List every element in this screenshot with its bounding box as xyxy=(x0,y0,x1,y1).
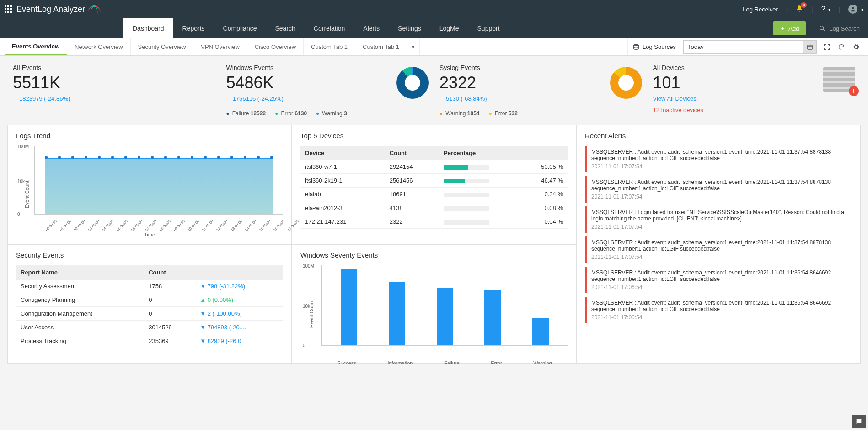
syslog-events-value: 2322 xyxy=(439,73,606,92)
plus-icon: ＋ xyxy=(780,24,786,32)
legend-warning: Warning 1054 xyxy=(439,110,480,117)
alert-item[interactable]: MSSQLSERVER : Audit event: audit_schema_… xyxy=(585,176,852,203)
search-icon xyxy=(819,25,826,32)
subtab-events-overview[interactable]: Events Overview xyxy=(5,38,67,55)
database-icon xyxy=(632,43,640,51)
alert-item[interactable]: MSSQLSERVER : Audit event: audit_schema_… xyxy=(585,236,852,263)
nav-tab-correlation[interactable]: Correlation xyxy=(305,18,354,38)
windows-events-title: Windows Events xyxy=(226,64,393,71)
table-row[interactable]: 172.21.147.23123220.04 % xyxy=(300,215,568,229)
subtab-network-overview[interactable]: Network Overview xyxy=(67,38,130,55)
logs-trend-panel: Logs Trend Event Count 100M 10k 0 00:00:… xyxy=(7,125,292,244)
all-devices-title: All Devices xyxy=(653,64,814,71)
table-row[interactable]: Security Assessment1758798 (-31.22%) xyxy=(16,280,283,293)
syslog-events-title: Syslog Events xyxy=(439,64,606,71)
brand-logo[interactable]: EventLog Analyzer xyxy=(16,5,101,14)
alert-item[interactable]: MSSQLSERVER : Audit event: audit_schema_… xyxy=(585,267,852,293)
add-button[interactable]: ＋Add xyxy=(773,22,805,35)
sub-nav: Events OverviewNetwork OverviewSecurity … xyxy=(0,38,868,56)
subtab-security-overview[interactable]: Security Overview xyxy=(131,38,194,55)
security-events-title: Security Events xyxy=(16,251,283,259)
nav-tab-search[interactable]: Search xyxy=(266,18,304,38)
legend-warning: Warning 3 xyxy=(316,110,347,117)
alert-item[interactable]: MSSQLSERVER : Audit event: audit_schema_… xyxy=(585,297,852,323)
alert-item[interactable]: MSSQLSERVER : Login failed for user "NT … xyxy=(585,206,852,233)
bar-information xyxy=(389,282,405,345)
windows-donut-chart xyxy=(396,67,429,99)
table-row[interactable]: Contigency Planning00 (0.00%) xyxy=(16,293,283,307)
table-row[interactable]: Configuration Management02 (-100.00%) xyxy=(16,307,283,321)
security-events-panel: Security Events Report NameCount Securit… xyxy=(7,244,292,364)
legend-error: Error 532 xyxy=(489,110,518,117)
legend-error: Error 6130 xyxy=(275,110,307,117)
bar-warning xyxy=(532,318,549,345)
nav-tab-settings[interactable]: Settings xyxy=(389,18,430,38)
nav-tab-alerts[interactable]: Alerts xyxy=(354,18,389,38)
table-row[interactable]: itsl360-2k19-1256145646.47 % xyxy=(300,174,568,188)
svg-rect-4 xyxy=(807,45,812,49)
nav-tab-support[interactable]: Support xyxy=(468,18,509,38)
windows-severity-chart: Event Count 100M 10k 0 SuccessInformatio… xyxy=(300,265,568,357)
logs-trend-chart: Event Count 100M 10k 0 00:00:0001:00:000… xyxy=(16,146,283,237)
recent-alerts-panel: Recent Alerts MSSQLSERVER : Audit event:… xyxy=(576,125,861,364)
notif-badge: 3 xyxy=(801,2,807,8)
windows-severity-panel: Windows Severity Events Event Count 100M… xyxy=(292,244,576,364)
more-tabs-chevron-icon[interactable]: ▾ xyxy=(407,38,420,55)
apps-grid-icon[interactable] xyxy=(5,5,12,13)
notifications-icon[interactable]: 3 xyxy=(796,5,803,14)
table-row[interactable]: itsl360-w7-1292415453.05 % xyxy=(300,160,568,174)
all-events-title: All Events xyxy=(13,64,215,71)
nav-tab-reports[interactable]: Reports xyxy=(173,18,214,38)
table-row[interactable]: User Access3014529794893 (-20.... xyxy=(16,321,283,334)
logs-trend-title: Logs Trend xyxy=(16,132,283,140)
refresh-icon[interactable] xyxy=(834,38,849,55)
syslog-events-delta: 5130 (-68.84%) xyxy=(446,95,606,102)
fullscreen-icon[interactable] xyxy=(820,38,834,55)
user-menu-chevron-icon[interactable]: ▾ xyxy=(861,7,863,12)
legend-failure: Failure 12522 xyxy=(226,110,266,117)
inactive-devices-link[interactable]: 12 Inactive devices xyxy=(653,107,704,113)
table-row[interactable]: Process Tracking23536982939 (-26.0 xyxy=(16,334,283,348)
svg-point-3 xyxy=(634,44,639,46)
syslog-donut-chart xyxy=(610,67,642,99)
view-all-devices-link[interactable]: View All Devices xyxy=(653,95,814,102)
help-icon[interactable]: ? xyxy=(821,5,825,13)
windows-severity-title: Windows Severity Events xyxy=(300,251,568,259)
brand-name: EventLog Analyzer xyxy=(16,5,85,14)
svg-point-0 xyxy=(852,7,854,9)
log-sources-button[interactable]: Log Sources xyxy=(627,38,680,55)
all-events-delta: 1823979 (-24.86%) xyxy=(19,95,215,102)
nav-tab-dashboard[interactable]: Dashboard xyxy=(123,18,173,38)
top-bar: EventLog Analyzer Log Receiver | 3 | ? ▾… xyxy=(0,0,868,18)
recent-alerts-title: Recent Alerts xyxy=(585,132,852,140)
nav-tab-compliance[interactable]: Compliance xyxy=(214,18,266,38)
svg-line-2 xyxy=(823,29,825,31)
security-events-table: Report NameCount Security Assessment1758… xyxy=(16,265,283,348)
alert-item[interactable]: MSSQLSERVER : Audit event: audit_schema_… xyxy=(585,146,852,172)
settings-gear-icon[interactable] xyxy=(849,38,863,55)
table-row[interactable]: ela-win2012-341380.08 % xyxy=(300,201,568,215)
bar-success xyxy=(341,269,357,345)
nav-tab-logme[interactable]: LogMe xyxy=(430,18,468,38)
calendar-icon[interactable] xyxy=(803,41,816,53)
date-range-select[interactable]: Today xyxy=(684,41,816,54)
bar-failure xyxy=(437,288,453,345)
subtab-cisco-overview[interactable]: Cisco Overview xyxy=(247,38,304,55)
table-row[interactable]: elalab186910.34 % xyxy=(300,188,568,201)
all-events-value: 5511K xyxy=(13,73,215,92)
top-devices-table: DeviceCountPercentage itsl360-w7-1292415… xyxy=(300,146,568,229)
top-devices-panel: Top 5 Devices DeviceCountPercentage itsl… xyxy=(292,125,576,244)
log-search-link[interactable]: Log Search xyxy=(810,18,868,38)
subtab-custom-tab-1[interactable]: Custom Tab 1 xyxy=(355,38,407,55)
top-devices-title: Top 5 Devices xyxy=(300,132,568,140)
windows-events-value: 5486K xyxy=(226,73,393,92)
summary-row: All Events 5511K 1823979 (-24.86%) Windo… xyxy=(0,56,868,125)
log-receiver-link[interactable]: Log Receiver xyxy=(743,6,778,13)
all-devices-value: 101 xyxy=(653,73,814,92)
subtab-custom-tab-1[interactable]: Custom Tab 1 xyxy=(304,38,355,55)
subtab-vpn-overview[interactable]: VPN Overview xyxy=(193,38,247,55)
brand-arc-icon xyxy=(88,5,101,13)
user-avatar-icon[interactable] xyxy=(848,5,857,14)
devices-warning-icon xyxy=(823,67,855,92)
windows-events-delta: 1756116 (-24.25%) xyxy=(233,95,393,102)
